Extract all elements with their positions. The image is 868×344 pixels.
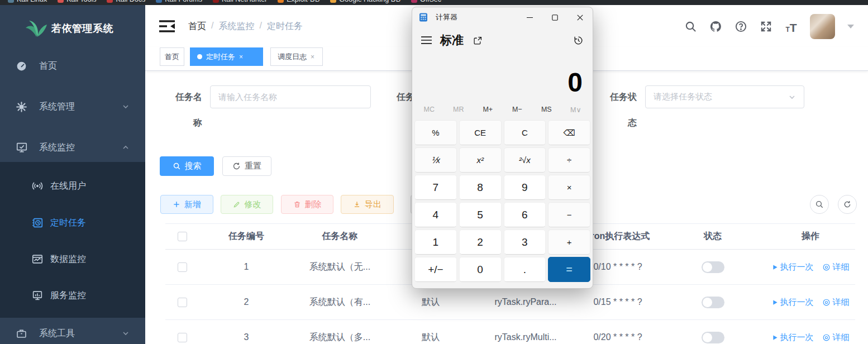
clear-entry-button[interactable]: CE bbox=[459, 120, 502, 145]
add-button[interactable]: 新增 bbox=[160, 195, 213, 214]
help-icon[interactable] bbox=[735, 20, 747, 33]
breadcrumb-home[interactable]: 首页 bbox=[188, 21, 206, 32]
subtract-button[interactable]: − bbox=[548, 202, 590, 227]
sidebar-collapse-icon[interactable] bbox=[158, 18, 176, 34]
github-icon[interactable] bbox=[709, 20, 722, 33]
bookmark-exploit-db[interactable]: Exploit-DB bbox=[278, 0, 319, 3]
memory-recall-button[interactable]: MR bbox=[444, 106, 474, 113]
chevron-down-icon[interactable] bbox=[847, 25, 854, 28]
decimal-button[interactable]: . bbox=[504, 257, 546, 282]
memory-subtract-button[interactable]: M− bbox=[503, 106, 532, 113]
add-button[interactable]: + bbox=[548, 230, 590, 255]
one-button[interactable]: 1 bbox=[414, 230, 457, 255]
tab-home[interactable]: 首页 bbox=[160, 47, 184, 66]
seven-button[interactable]: 7 bbox=[414, 175, 457, 200]
keep-on-top-icon[interactable] bbox=[473, 36, 483, 45]
search-icon[interactable] bbox=[684, 20, 697, 33]
app-logo[interactable]: 若依管理系统 bbox=[0, 12, 145, 45]
detail-link[interactable]: 详细 bbox=[822, 262, 850, 273]
detail-link[interactable]: 详细 bbox=[822, 297, 850, 308]
bookmark-favicon-icon bbox=[213, 0, 219, 3]
font-size-icon[interactable]: TT bbox=[785, 20, 798, 33]
row-checkbox[interactable] bbox=[178, 262, 187, 272]
negate-button[interactable]: +/− bbox=[414, 257, 457, 282]
square-root-button[interactable]: ²√x bbox=[504, 147, 546, 173]
two-button[interactable]: 2 bbox=[459, 230, 502, 255]
row-checkbox[interactable] bbox=[178, 298, 187, 307]
refresh-icon bbox=[843, 200, 852, 209]
memory-add-button[interactable]: M+ bbox=[473, 106, 503, 113]
bookmark-kali-tools[interactable]: Kali Tools bbox=[58, 0, 96, 3]
task-status-select[interactable]: 请选择任务状态 bbox=[645, 85, 804, 108]
memory-clear-button[interactable]: MC bbox=[414, 106, 444, 113]
divide-button[interactable]: ÷ bbox=[548, 147, 590, 173]
three-button[interactable]: 3 bbox=[504, 230, 546, 255]
nine-button[interactable]: 9 bbox=[504, 175, 546, 200]
status-toggle[interactable] bbox=[702, 332, 724, 343]
sidebar-item-home[interactable]: 首页 bbox=[0, 50, 145, 82]
logo-leaf-icon bbox=[25, 18, 48, 39]
multiply-button[interactable]: × bbox=[548, 175, 590, 200]
delete-button[interactable]: 删除 bbox=[281, 195, 333, 214]
toggle-search-button[interactable] bbox=[810, 195, 829, 214]
export-button[interactable]: 导出 bbox=[341, 195, 394, 214]
refresh-table-button[interactable] bbox=[838, 195, 857, 214]
tab-schedule-log[interactable]: 调度日志 × bbox=[270, 47, 323, 66]
run-once-link[interactable]: 执行一次 bbox=[772, 332, 814, 343]
search-button[interactable]: 搜索 bbox=[160, 156, 214, 176]
six-button[interactable]: 6 bbox=[504, 202, 546, 227]
equals-button[interactable]: = bbox=[548, 257, 590, 282]
four-button[interactable]: 4 bbox=[414, 202, 457, 227]
menu-hamburger-icon[interactable] bbox=[421, 36, 432, 44]
bookmark-kali-linux[interactable]: Kali Linux bbox=[8, 0, 47, 3]
edit-button[interactable]: 修改 bbox=[221, 195, 273, 214]
reset-button[interactable]: 重置 bbox=[222, 156, 271, 176]
eye-icon bbox=[822, 298, 831, 307]
maximize-button[interactable] bbox=[542, 7, 567, 27]
sidebar-item-system-tools[interactable]: 系统工具 bbox=[0, 318, 145, 344]
sidebar-item-online-users[interactable]: 在线用户 bbox=[0, 170, 145, 202]
fullscreen-icon[interactable] bbox=[760, 20, 772, 33]
history-icon[interactable] bbox=[573, 35, 584, 46]
sidebar-item-scheduled-tasks[interactable]: 定时任务 bbox=[0, 207, 145, 238]
reciprocal-button[interactable]: ⅟x bbox=[414, 147, 457, 173]
memory-store-button[interactable]: MS bbox=[532, 106, 561, 113]
calculator-window: 计算器 标准 0 MC MR M+ M− MS M∨ % CE C bbox=[412, 7, 593, 289]
bookmark-google-hacking-db[interactable]: Google Hacking DB bbox=[330, 0, 400, 3]
bookmark-kali-nethunter[interactable]: Kali NetHunter bbox=[213, 0, 267, 3]
avatar[interactable] bbox=[810, 14, 835, 39]
calculator-mode-label[interactable]: 标准 bbox=[440, 32, 464, 48]
square-button[interactable]: x² bbox=[459, 147, 502, 173]
task-name-input[interactable] bbox=[210, 85, 371, 108]
memory-flyout-button[interactable]: M∨ bbox=[561, 106, 591, 114]
percent-button[interactable]: % bbox=[414, 120, 457, 145]
sidebar: 若依管理系统 首页 系统管理 系统监控 bbox=[0, 5, 145, 344]
backspace-button[interactable]: ⌫ bbox=[548, 120, 590, 145]
sidebar-item-data-monitor[interactable]: 数据监控 bbox=[0, 243, 145, 275]
clear-button[interactable]: C bbox=[504, 120, 546, 145]
cell-invoke-target: ryTask.ryMulti... bbox=[475, 332, 576, 342]
select-all-checkbox[interactable] bbox=[178, 232, 187, 241]
eight-button[interactable]: 8 bbox=[459, 175, 502, 200]
close-button[interactable] bbox=[567, 7, 593, 27]
close-tab-icon[interactable]: × bbox=[311, 53, 314, 61]
sidebar-item-system-monitor[interactable]: 系统监控 bbox=[0, 132, 145, 163]
row-checkbox[interactable] bbox=[178, 333, 187, 342]
sidebar-item-system-management[interactable]: 系统管理 bbox=[0, 91, 145, 122]
bookmark-offsec[interactable]: OffSec bbox=[411, 0, 441, 3]
five-button[interactable]: 5 bbox=[459, 202, 502, 227]
sidebar-item-service-monitor[interactable]: 服务监控 bbox=[0, 280, 145, 311]
minimize-button[interactable] bbox=[517, 7, 542, 27]
run-once-link[interactable]: 执行一次 bbox=[772, 297, 814, 308]
status-toggle[interactable] bbox=[702, 297, 724, 308]
status-toggle[interactable] bbox=[702, 261, 724, 273]
breadcrumb-system-monitor: 系统监控 bbox=[218, 21, 254, 32]
bookmark-kali-docs[interactable]: Kali Docs bbox=[107, 0, 145, 3]
run-once-link[interactable]: 执行一次 bbox=[772, 262, 814, 273]
calculator-titlebar[interactable]: 计算器 bbox=[412, 7, 593, 27]
zero-button[interactable]: 0 bbox=[459, 257, 502, 282]
tab-scheduled-tasks[interactable]: 定时任务 × bbox=[190, 47, 263, 66]
close-tab-icon[interactable]: × bbox=[239, 53, 243, 61]
detail-link[interactable]: 详细 bbox=[822, 332, 850, 343]
bookmark-kali-forums[interactable]: Kali Forums bbox=[156, 0, 202, 3]
